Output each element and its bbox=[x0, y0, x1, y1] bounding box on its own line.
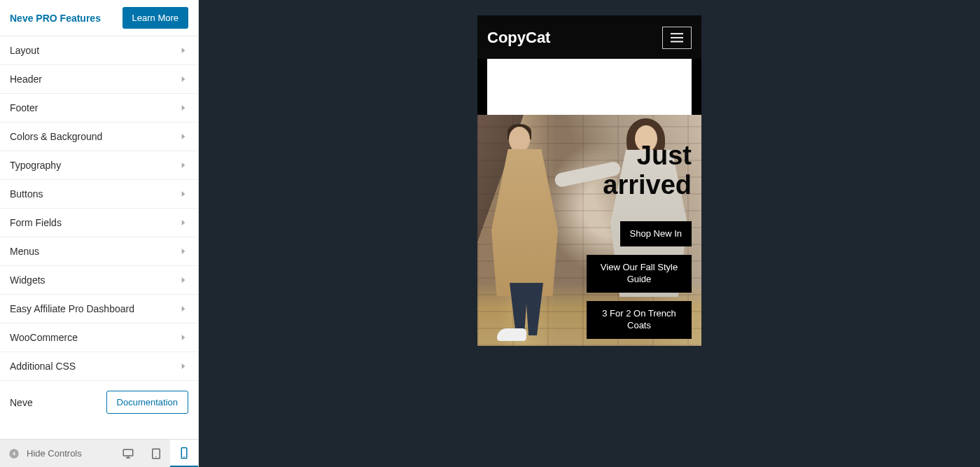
menu-item-typography[interactable]: Typography bbox=[0, 151, 198, 180]
svg-rect-7 bbox=[671, 37, 683, 39]
chevron-right-icon bbox=[178, 333, 188, 342]
svg-rect-8 bbox=[671, 41, 683, 43]
customizer-menu: Layout Header Footer Colors & Background… bbox=[0, 36, 198, 439]
hide-controls-button[interactable]: Hide Controls bbox=[0, 448, 90, 459]
menu-label: Easy Affiliate Pro Dashboard bbox=[10, 303, 134, 314]
mobile-icon bbox=[178, 447, 190, 459]
pro-title: Neve PRO Features bbox=[10, 13, 101, 24]
hero-button-offer[interactable]: 3 For 2 On Trench Coats bbox=[587, 301, 692, 339]
hamburger-icon bbox=[671, 33, 683, 43]
menu-item-woocommerce[interactable]: WooCommerce bbox=[0, 323, 198, 352]
pro-banner: Neve PRO Features Learn More bbox=[0, 0, 198, 36]
menu-item-buttons[interactable]: Buttons bbox=[0, 180, 198, 209]
collapse-left-icon bbox=[8, 448, 20, 459]
mobile-menu-toggle[interactable] bbox=[662, 27, 692, 49]
chevron-right-icon bbox=[178, 160, 188, 170]
chevron-right-icon bbox=[178, 132, 188, 141]
documentation-button[interactable]: Documentation bbox=[106, 391, 188, 414]
chevron-right-icon bbox=[178, 46, 188, 55]
customizer-sidebar: Neve PRO Features Learn More Layout Head… bbox=[0, 0, 199, 467]
device-mobile-button[interactable] bbox=[170, 440, 198, 467]
chevron-right-icon bbox=[178, 275, 188, 285]
chevron-right-icon bbox=[178, 246, 188, 256]
hero-button-guide[interactable]: View Our Fall Style Guide bbox=[587, 255, 692, 293]
hero-content: Just arrived Shop New In View Our Fall S… bbox=[566, 141, 692, 339]
mobile-preview: CopyCat Just arrived Shop New In View Ou… bbox=[477, 15, 701, 346]
menu-label: Layout bbox=[10, 45, 39, 56]
preview-area: CopyCat Just arrived Shop New In View Ou… bbox=[199, 0, 980, 467]
chevron-right-icon bbox=[178, 189, 188, 199]
menu-item-header[interactable]: Header bbox=[0, 65, 198, 94]
bottom-bar: Hide Controls bbox=[0, 439, 198, 467]
device-tablet-button[interactable] bbox=[142, 440, 170, 467]
theme-label: Neve bbox=[10, 397, 33, 408]
desktop-icon bbox=[122, 447, 134, 460]
hero-button-shop[interactable]: Shop New In bbox=[620, 221, 692, 247]
svg-rect-6 bbox=[671, 33, 683, 34]
device-switcher bbox=[114, 440, 198, 467]
svg-point-5 bbox=[183, 456, 185, 457]
menu-item-layout[interactable]: Layout bbox=[0, 36, 198, 65]
site-header: CopyCat bbox=[477, 15, 701, 59]
site-title: CopyCat bbox=[487, 29, 550, 47]
menu-item-menus[interactable]: Menus bbox=[0, 237, 198, 266]
hero-figure-left bbox=[484, 125, 568, 335]
chevron-right-icon bbox=[178, 304, 188, 314]
theme-row: Neve Documentation bbox=[0, 381, 198, 426]
learn-more-button[interactable]: Learn More bbox=[122, 7, 188, 29]
tablet-icon bbox=[150, 447, 162, 460]
menu-label: Footer bbox=[10, 102, 38, 113]
chevron-right-icon bbox=[178, 103, 188, 113]
menu-label: Typography bbox=[10, 160, 61, 171]
menu-item-form-fields[interactable]: Form Fields bbox=[0, 209, 198, 237]
menu-item-footer[interactable]: Footer bbox=[0, 94, 198, 123]
menu-label: Header bbox=[10, 74, 42, 85]
menu-label: Menus bbox=[10, 246, 39, 257]
hero-title: Just arrived bbox=[566, 141, 692, 200]
menu-item-widgets[interactable]: Widgets bbox=[0, 266, 198, 295]
chevron-right-icon bbox=[178, 74, 188, 84]
menu-label: Widgets bbox=[10, 274, 46, 286]
menu-label: WooCommerce bbox=[10, 332, 78, 343]
chevron-right-icon bbox=[178, 218, 188, 228]
svg-rect-1 bbox=[123, 449, 133, 456]
menu-label: Form Fields bbox=[10, 217, 62, 228]
hide-controls-label: Hide Controls bbox=[27, 448, 82, 459]
svg-point-3 bbox=[155, 456, 157, 458]
hero-buttons: Shop New In View Our Fall Style Guide 3 … bbox=[566, 221, 692, 339]
menu-label: Additional CSS bbox=[10, 361, 76, 372]
content-block bbox=[487, 59, 692, 115]
chevron-right-icon bbox=[178, 361, 188, 371]
menu-label: Colors & Background bbox=[10, 131, 102, 142]
menu-item-affiliate[interactable]: Easy Affiliate Pro Dashboard bbox=[0, 295, 198, 323]
menu-item-colors[interactable]: Colors & Background bbox=[0, 123, 198, 151]
menu-item-additional-css[interactable]: Additional CSS bbox=[0, 352, 198, 381]
hero-section: Just arrived Shop New In View Our Fall S… bbox=[477, 115, 701, 346]
menu-label: Buttons bbox=[10, 188, 43, 200]
device-desktop-button[interactable] bbox=[114, 440, 142, 467]
